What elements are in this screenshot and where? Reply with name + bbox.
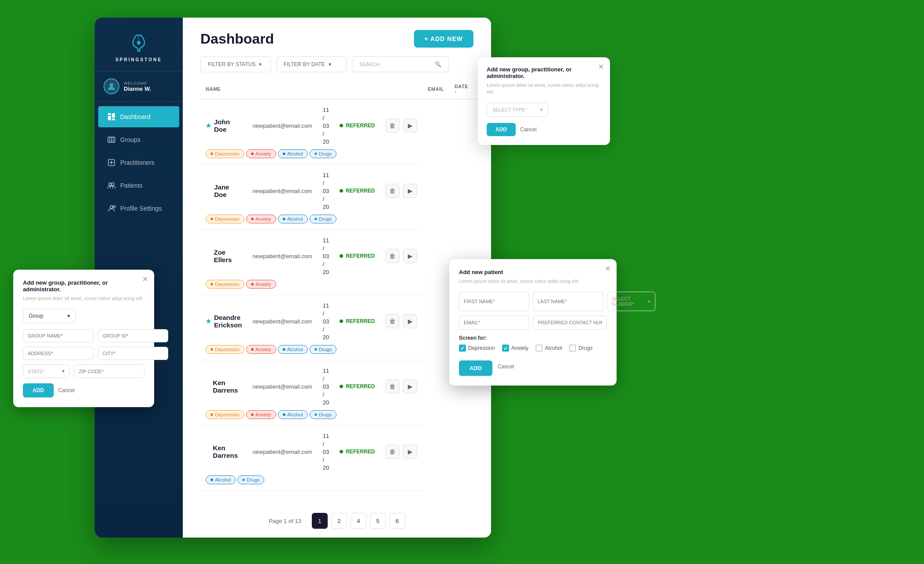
status-text: REFERRED	[346, 188, 375, 194]
delete-button[interactable]: 🗑	[385, 119, 399, 133]
col-date[interactable]: DATE ↑	[449, 79, 473, 99]
row-actions: 🗑 ▶	[385, 379, 417, 393]
tag-anxiety[interactable]: Anxiety	[246, 345, 276, 354]
tag-drugs[interactable]: Drugs	[310, 345, 336, 354]
expand-button[interactable]: ▶	[403, 119, 417, 133]
sidebar-user: WELCOME Dianne W.	[95, 71, 183, 102]
page-btn-6[interactable]: 6	[389, 513, 405, 529]
group-id-input[interactable]	[98, 329, 168, 342]
tag-anxiety[interactable]: Anxiety	[246, 280, 276, 289]
expand-button[interactable]: ▶	[403, 184, 417, 198]
patient-first-name-input[interactable]	[459, 292, 529, 311]
modal-cancel-btn[interactable]: Cancel	[520, 126, 536, 133]
checkbox-anxiety[interactable]: Anxiety	[502, 345, 529, 352]
delete-button[interactable]: 🗑	[385, 445, 399, 459]
tag-drugs[interactable]: Drugs	[237, 475, 264, 484]
patient-date: 11 / 03 / 20	[323, 367, 329, 406]
table-row-tags: Depression Anxiety	[200, 278, 422, 295]
patient-cancel-btn[interactable]: Cancel	[498, 364, 514, 370]
page-btn-4[interactable]: 4	[351, 513, 366, 529]
modal-patient-close[interactable]: ✕	[605, 264, 610, 273]
group-state-select[interactable]: STATE* ▾	[23, 364, 70, 378]
modal-add-new-subtitle: Lorem ipsum dolor sit amet, conse ctetur…	[487, 82, 601, 96]
sidebar-item-practitioners[interactable]: Practitioners	[98, 152, 179, 173]
group-add-btn[interactable]: ADD	[23, 383, 54, 397]
sidebar-item-dashboard[interactable]: Dashboard	[98, 106, 179, 127]
patient-email-input[interactable]	[459, 315, 529, 330]
filter-date-select[interactable]: FILTER BY DATE ▾	[276, 56, 347, 72]
checkbox-alcohol[interactable]: Alcohol	[536, 345, 562, 352]
modal-add-btn[interactable]: ADD	[487, 123, 516, 136]
tag-depression[interactable]: Depression	[206, 410, 244, 419]
group-cancel-btn[interactable]: Cancel	[58, 387, 74, 393]
expand-button[interactable]: ▶	[403, 445, 417, 459]
patient-name-text[interactable]: Deandre Erickson	[214, 314, 242, 329]
tag-anxiety[interactable]: Anxiety	[246, 410, 276, 419]
page-btn-2[interactable]: 2	[331, 513, 347, 529]
patient-actions-cell: 🗑 ▶	[380, 360, 422, 408]
delete-button[interactable]: 🗑	[385, 184, 399, 198]
group-name-input[interactable]	[23, 329, 93, 342]
tag-alcohol[interactable]: Alcohol	[278, 215, 308, 223]
patient-name-text[interactable]: Ken Darrens	[213, 379, 242, 394]
expand-button[interactable]: ▶	[403, 379, 417, 393]
checkbox-drugs[interactable]: Drugs	[569, 345, 592, 352]
alcohol-dot	[283, 152, 285, 155]
patient-name-text[interactable]: John Doe	[214, 118, 242, 133]
group-type-select[interactable]: Group ▾	[23, 309, 76, 323]
expand-button[interactable]: ▶	[403, 314, 417, 328]
tag-alcohol[interactable]: Alcohol	[278, 149, 308, 158]
patient-add-btn[interactable]: ADD	[459, 360, 492, 376]
dashboard-header: Dashboard + ADD NEW	[183, 18, 491, 56]
filter-status-label: FILTER BY STATUS	[208, 61, 255, 67]
patient-name-text[interactable]: Jane Doe	[214, 183, 242, 198]
patient-date: 11 / 03 / 20	[323, 172, 329, 210]
search-box[interactable]: SEARCH 🔍	[352, 56, 449, 72]
drugs-check-icon	[569, 345, 576, 352]
delete-button[interactable]: 🗑	[385, 379, 399, 393]
patient-phone-input[interactable]	[533, 315, 607, 330]
group-address-input[interactable]	[23, 347, 93, 360]
patient-email-cell: newpatient@email.com	[247, 165, 317, 213]
group-zip-input[interactable]	[74, 364, 144, 378]
page-btn-1[interactable]: 1	[312, 513, 328, 529]
checkbox-depression[interactable]: Depression	[459, 345, 495, 352]
tag-alcohol[interactable]: Alcohol	[278, 345, 308, 354]
sidebar-item-patients[interactable]: Patients	[98, 175, 179, 196]
depression-dot	[211, 348, 213, 351]
modal-group-close[interactable]: ✕	[142, 275, 148, 283]
screen-for-section: Screen for: Depression Anxiety Alcohol	[459, 335, 607, 352]
sidebar-item-groups[interactable]: Groups	[98, 129, 179, 150]
tag-depression[interactable]: Depression	[206, 149, 244, 158]
patient-email-cell: newpatient@email.com	[247, 230, 317, 278]
tag-drugs[interactable]: Drugs	[310, 215, 336, 223]
modal-type-select[interactable]: SELECT TYPE* ▾	[487, 103, 548, 117]
depression-dot	[211, 218, 213, 220]
patient-name: Ken Darrens	[206, 379, 242, 394]
table-container: NAME EMAIL DATE ↑ STATUS ★ John Doe newp…	[183, 79, 491, 504]
modal-add-new-close[interactable]: ✕	[598, 63, 604, 71]
expand-button[interactable]: ▶	[403, 249, 417, 263]
tag-drugs[interactable]: Drugs	[310, 410, 336, 419]
tag-depression[interactable]: Depression	[206, 280, 244, 289]
patient-name-text[interactable]: Ken Darrens	[213, 444, 242, 459]
add-new-button[interactable]: + ADD NEW	[414, 30, 473, 48]
delete-button[interactable]: 🗑	[385, 249, 399, 263]
tag-depression[interactable]: Depression	[206, 345, 244, 354]
tag-alcohol[interactable]: Alcohol	[278, 410, 308, 419]
tag-drugs[interactable]: Drugs	[310, 149, 336, 158]
patient-email: newpatient@email.com	[252, 122, 312, 129]
sidebar-item-profile-settings[interactable]: Profile Settings	[98, 198, 179, 219]
tag-anxiety[interactable]: Anxiety	[246, 215, 276, 223]
delete-button[interactable]: 🗑	[385, 314, 399, 328]
page-btn-5[interactable]: 5	[370, 513, 386, 529]
patient-last-name-input[interactable]	[533, 292, 603, 311]
drugs-dot	[314, 218, 317, 220]
group-city-input[interactable]	[98, 347, 168, 360]
tag-alcohol[interactable]: Alcohol	[206, 475, 236, 484]
tag-anxiety[interactable]: Anxiety	[246, 149, 276, 158]
patient-name-text[interactable]: Zoe Ellers	[214, 249, 242, 263]
patient-gender-select[interactable]: SELECT GENDER* ▾	[607, 292, 655, 311]
filter-status-select[interactable]: FILTER BY STATUS ▾	[200, 56, 271, 72]
tag-depression[interactable]: Depression	[206, 215, 244, 223]
